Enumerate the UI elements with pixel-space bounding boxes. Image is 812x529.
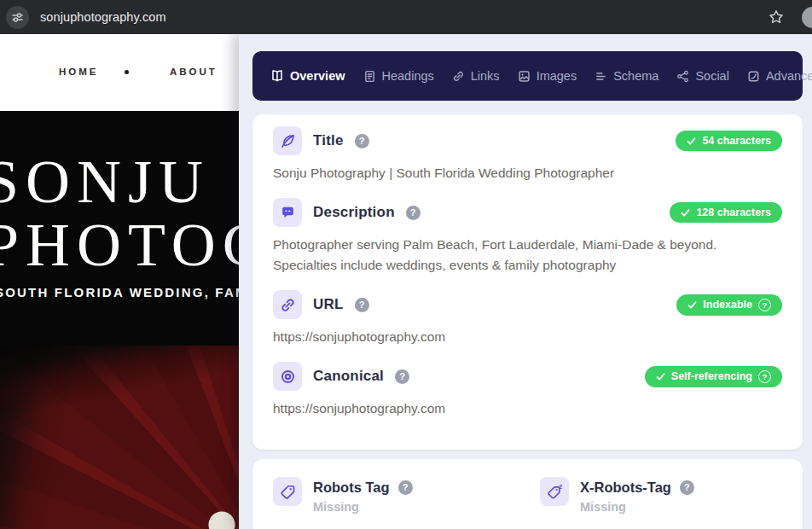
- check-icon: [681, 208, 690, 218]
- help-icon[interactable]: ?: [406, 206, 420, 220]
- title-value: Sonju Photography | South Florida Weddin…: [273, 163, 782, 183]
- site-hero-photo: [0, 346, 243, 529]
- check-icon: [687, 300, 697, 310]
- tab-label: Images: [536, 69, 577, 83]
- tab-label: Overview: [290, 69, 345, 83]
- tab-social[interactable]: Social: [676, 69, 729, 83]
- share-icon: [676, 70, 689, 83]
- indexable-badge: Indexable ?: [676, 294, 782, 316]
- description-value: Photographer serving Palm Beach, Fort La…: [273, 235, 751, 276]
- book-open-icon: [270, 69, 284, 83]
- overview-card: Title ? 54 characters Sonju Photography …: [252, 114, 803, 450]
- badge-text: Self-referencing: [671, 370, 752, 382]
- canonical-row: Canonical ? Self-referencing ? https://s…: [273, 362, 782, 419]
- link-icon: [452, 70, 465, 83]
- seo-extension-panel: Overview Headings Links Images Schema So…: [239, 34, 812, 529]
- hero-line-1: SONJU: [0, 150, 228, 213]
- nav-separator-dot: [125, 70, 129, 74]
- badge-text: 128 characters: [696, 206, 771, 218]
- title-length-badge: 54 characters: [676, 131, 782, 151]
- canonical-label: Canonical: [313, 368, 384, 385]
- image-icon: [518, 70, 531, 83]
- url-text[interactable]: sonjuphotography.com: [40, 10, 166, 24]
- robots-card: Robots Tag ? Missing 2 X-Robots-Tag ? Mi…: [252, 459, 803, 529]
- description-label: Description: [313, 204, 395, 221]
- page-stage: HOME ABOUT SONJU PHOTOGRAPHY SOUTH FLORI…: [0, 34, 812, 529]
- url-value: https://sonjuphotography.com: [273, 327, 782, 347]
- tab-label: Links: [471, 69, 500, 83]
- title-row: Title ? 54 characters Sonju Photography …: [273, 126, 782, 183]
- x-robots-tag-item: 2 X-Robots-Tag ? Missing: [540, 477, 694, 529]
- tab-headings[interactable]: Headings: [363, 69, 434, 83]
- help-icon[interactable]: ?: [355, 134, 369, 148]
- avatar[interactable]: [802, 7, 812, 28]
- site-hero-tagline: SOUTH FLORIDA WEDDING, FAMI: [0, 285, 243, 299]
- url-label: URL: [313, 296, 344, 313]
- file-pen-icon: [747, 70, 760, 83]
- extension-tabbar: Overview Headings Links Images Schema So…: [252, 51, 803, 101]
- robots-tag-item: Robots Tag ? Missing: [273, 477, 540, 529]
- title-label: Title: [313, 132, 344, 149]
- tab-schema[interactable]: Schema: [594, 69, 658, 83]
- target-icon: [273, 362, 302, 391]
- self-referencing-badge: Self-referencing ?: [645, 366, 782, 387]
- badge-help-icon[interactable]: ?: [758, 299, 771, 311]
- message-icon: [273, 198, 302, 227]
- site-nav-about-link[interactable]: ABOUT: [170, 67, 218, 77]
- tab-links[interactable]: Links: [452, 69, 500, 83]
- canonical-value: https://sonjuphotography.com: [273, 398, 782, 419]
- x-robots-tag-label: X-Robots-Tag: [580, 480, 671, 496]
- url-row: URL ? Indexable ? https://sonjuphotograp…: [273, 290, 782, 347]
- description-length-badge: 128 characters: [670, 202, 782, 223]
- tab-label: Headings: [382, 69, 434, 83]
- help-icon[interactable]: ?: [355, 298, 369, 312]
- help-icon[interactable]: ?: [398, 480, 413, 495]
- chain-icon: [273, 290, 302, 319]
- tab-label: Social: [695, 69, 729, 83]
- site-nav-home-link[interactable]: HOME: [59, 67, 99, 77]
- tab-overview[interactable]: Overview: [270, 69, 345, 83]
- tab-images[interactable]: Images: [518, 69, 577, 83]
- robots-tag-value: Missing: [313, 500, 413, 514]
- x-robots-tag-value: Missing: [580, 500, 694, 514]
- browser-address-bar[interactable]: sonjuphotography.com: [0, 0, 812, 34]
- hero-line-2: PHOTOGRAPHY: [0, 213, 228, 276]
- tune-icon: [11, 11, 24, 24]
- tune-icon-button[interactable]: [6, 6, 29, 29]
- site-hero: SONJU PHOTOGRAPHY SOUTH FLORIDA WEDDING,…: [0, 111, 243, 346]
- check-icon: [656, 372, 665, 381]
- site-hero-title: SONJU PHOTOGRAPHY: [0, 150, 228, 276]
- tab-label: Schema: [613, 69, 658, 83]
- website-background: HOME ABOUT SONJU PHOTOGRAPHY SOUTH FLORI…: [0, 34, 243, 529]
- site-nav: HOME ABOUT: [0, 34, 243, 111]
- list-icon: [594, 70, 607, 83]
- svg-text:2: 2: [558, 484, 561, 491]
- tag-icon: [273, 477, 302, 506]
- check-icon: [687, 137, 696, 146]
- robots-tag-label: Robots Tag: [313, 480, 390, 496]
- tab-label: Advanced: [766, 69, 812, 83]
- help-icon[interactable]: ?: [680, 480, 694, 495]
- document-icon: [363, 70, 376, 83]
- description-row: Description ? 128 characters Photographe…: [273, 198, 782, 276]
- leaf-icon: [273, 126, 302, 155]
- badge-text: Indexable: [703, 299, 752, 311]
- tag-2-icon: 2: [540, 477, 569, 506]
- bookmark-star-icon[interactable]: [768, 9, 784, 25]
- tab-advanced[interactable]: Advanced: [747, 69, 812, 83]
- help-icon[interactable]: ?: [395, 369, 409, 384]
- badge-text: 54 characters: [702, 135, 771, 147]
- badge-help-icon[interactable]: ?: [758, 370, 771, 383]
